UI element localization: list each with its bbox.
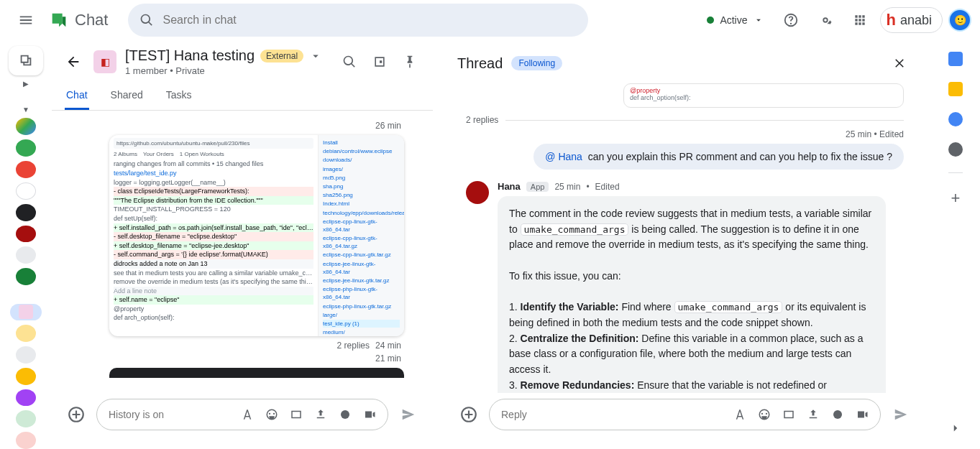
attached-image[interactable] xyxy=(109,368,404,378)
thread-title: Thread xyxy=(457,55,503,72)
attached-image[interactable]: https://github.com/ubuntu/ubuntu-make/pu… xyxy=(109,135,404,336)
presence-status[interactable]: Active xyxy=(700,10,770,30)
chevron-right-icon[interactable]: ▶ xyxy=(23,80,29,88)
send-button[interactable] xyxy=(395,407,421,422)
compose-input[interactable] xyxy=(109,409,237,420)
thread-message-list[interactable]: @property def arch_option(self): 2 repli… xyxy=(444,83,925,393)
following-badge[interactable]: Following xyxy=(511,56,562,70)
format-button[interactable] xyxy=(729,404,751,425)
bot-message: The comment in the code review suggests … xyxy=(498,196,886,393)
video-button[interactable] xyxy=(359,404,380,425)
send-button[interactable] xyxy=(888,407,914,422)
record-button[interactable] xyxy=(827,404,848,425)
calendar-icon[interactable] xyxy=(948,52,963,66)
diff-url: https://github.com/ubuntu/ubuntu-make/pu… xyxy=(114,138,313,149)
chat-icon xyxy=(49,10,69,30)
upload-button[interactable] xyxy=(802,404,824,425)
rail-item[interactable] xyxy=(16,368,36,385)
close-thread-button[interactable] xyxy=(887,50,912,76)
add-button[interactable] xyxy=(63,402,89,427)
rail-item[interactable] xyxy=(16,182,36,200)
keep-icon[interactable] xyxy=(948,82,963,96)
side-panel-rail: + xyxy=(937,40,974,443)
tab-chat[interactable]: Chat xyxy=(65,82,89,110)
add-button[interactable] xyxy=(456,402,482,427)
brand-mark-icon: h xyxy=(887,11,896,29)
space-icon xyxy=(19,305,33,319)
sender-name: Hana xyxy=(498,181,521,192)
presence-dot-icon xyxy=(707,17,714,24)
chevron-down-icon[interactable]: ▼ xyxy=(22,106,29,114)
chat-message-list[interactable]: 26 min https://github.com/ubuntu/ubuntu-… xyxy=(52,111,433,393)
gif-button[interactable] xyxy=(285,404,307,425)
bot-avatar xyxy=(466,181,489,204)
compose-box[interactable] xyxy=(96,399,388,430)
user-message: @ Hana can you explain this PR comment a… xyxy=(533,144,904,170)
edited-label: Edited xyxy=(879,129,904,139)
nav-rail: ▶ ▼ xyxy=(0,40,52,449)
rail-item[interactable] xyxy=(16,432,36,449)
apps-button[interactable] xyxy=(846,6,874,34)
product-logo: Chat xyxy=(49,10,108,30)
rail-current-space[interactable] xyxy=(10,304,42,321)
space-tabs: Chat Shared Tasks xyxy=(52,82,433,111)
tab-tasks[interactable]: Tasks xyxy=(165,82,193,110)
rail-item[interactable] xyxy=(16,389,36,407)
main-menu-button[interactable] xyxy=(9,3,43,37)
pin-button[interactable] xyxy=(397,49,423,75)
video-button[interactable] xyxy=(851,404,873,425)
account-avatar[interactable]: 🙂 xyxy=(948,9,971,32)
format-button[interactable] xyxy=(237,404,258,425)
emoji-button[interactable] xyxy=(261,404,283,425)
message-timestamp: 25 min xyxy=(846,129,871,139)
search-bar[interactable] xyxy=(128,4,588,37)
mention[interactable]: @ Hana xyxy=(545,151,582,162)
add-addon-button[interactable]: + xyxy=(951,189,961,208)
svg-point-1 xyxy=(833,410,842,419)
rail-item[interactable] xyxy=(16,226,36,243)
contacts-icon[interactable] xyxy=(948,142,963,157)
reply-count[interactable]: 2 replies xyxy=(337,341,370,351)
product-name: Chat xyxy=(75,11,108,29)
emoji-button[interactable] xyxy=(754,404,775,425)
help-button[interactable] xyxy=(777,6,805,34)
chevron-down-icon[interactable] xyxy=(309,50,322,63)
quoted-snippet[interactable]: @property def arch_option(self): xyxy=(623,83,904,108)
message-timestamp: 26 min xyxy=(109,121,401,131)
rail-item[interactable] xyxy=(16,161,36,178)
thread-panel: Thread Following @property def arch_opti… xyxy=(444,40,925,443)
collapse-panel-button[interactable] xyxy=(949,422,962,435)
chevron-down-icon xyxy=(754,15,764,25)
rail-item[interactable] xyxy=(16,346,36,364)
rail-home-button[interactable] xyxy=(9,46,43,75)
back-button[interactable] xyxy=(62,50,85,73)
reply-input[interactable] xyxy=(501,409,729,420)
tasks-icon[interactable] xyxy=(948,112,963,126)
top-bar: Chat Active h anabi 🙂 xyxy=(0,0,980,40)
record-button[interactable] xyxy=(334,404,356,425)
space-avatar: ◧ xyxy=(93,50,116,73)
rail-item[interactable] xyxy=(16,139,36,157)
popout-button[interactable] xyxy=(367,49,393,75)
code-inline: umake_command_args xyxy=(521,223,629,236)
rail-item[interactable] xyxy=(16,325,36,342)
rail-item[interactable] xyxy=(16,410,36,427)
message-timestamp: 25 min xyxy=(554,182,580,192)
workspace-brand[interactable]: h anabi xyxy=(880,7,943,33)
reply-count: 2 replies xyxy=(466,115,498,125)
external-badge: External xyxy=(260,50,303,63)
reply-compose-box[interactable] xyxy=(489,399,881,430)
rail-drive[interactable] xyxy=(16,118,36,135)
rail-item[interactable] xyxy=(16,204,36,221)
search-input[interactable] xyxy=(162,14,577,27)
tab-shared[interactable]: Shared xyxy=(109,82,145,110)
edited-label: Edited xyxy=(595,182,620,192)
space-title: [TEST] Hana testing xyxy=(125,47,255,64)
settings-button[interactable] xyxy=(811,6,840,34)
rail-item[interactable] xyxy=(16,268,36,285)
space-subtitle: 1 member • Private xyxy=(125,65,322,76)
upload-button[interactable] xyxy=(310,404,331,425)
search-in-space-button[interactable] xyxy=(336,49,362,75)
rail-item[interactable] xyxy=(16,246,36,264)
gif-button[interactable] xyxy=(778,404,800,425)
